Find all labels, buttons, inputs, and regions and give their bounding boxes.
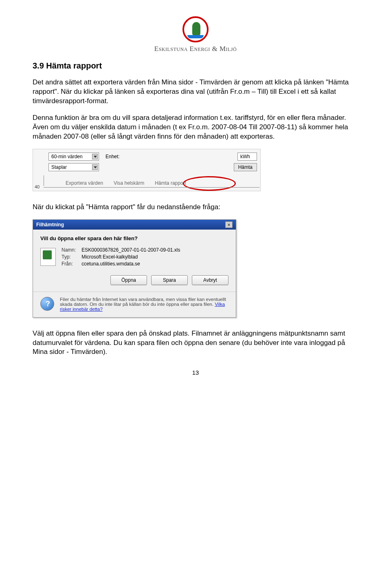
paragraph-2: Denna funktion är bra om du vill spara d…: [33, 113, 358, 141]
brand-logo-mark: [182, 16, 209, 42]
paragraph-4: Välj att öppna filen eller spara den på …: [33, 329, 358, 357]
download-dialog: Filhämtning × Vill du öppna eller spara …: [33, 219, 236, 318]
file-name: ESK0000367826_2007-01-01-2007-09-01.xls: [81, 247, 180, 253]
y-axis-line: [44, 175, 44, 186]
export-values-link[interactable]: Exportera värden: [66, 180, 103, 186]
file-source: ccetuna.utilities.wmdata.se: [81, 261, 140, 267]
unit-value: kWh: [240, 154, 250, 159]
granularity-value: 60-min värden: [51, 154, 83, 159]
dialog-question: Vill du öppna eller spara den här filen?: [40, 235, 228, 241]
warning-text: Filer du hämtar från Internet kan vara a…: [60, 297, 226, 307]
from-label: Från:: [62, 261, 80, 267]
fullscreen-link[interactable]: Visa helskärm: [114, 180, 144, 186]
fetch-button[interactable]: Hämta: [234, 163, 257, 171]
dialog-titlebar: Filhämtning ×: [33, 220, 236, 230]
chart-type-dropdown[interactable]: Staplar: [48, 163, 99, 171]
y-axis-tick: 40: [35, 184, 40, 189]
open-button[interactable]: Öppna: [110, 275, 147, 285]
save-button[interactable]: Spara: [151, 275, 188, 285]
document-page: Eskilstuna Energi & Miljö 3.9 Hämta rapp…: [0, 0, 391, 392]
divider: [33, 292, 236, 292]
unit-label: Enhet:: [105, 154, 231, 159]
file-type: Microsoft Excel-kalkylblad: [81, 254, 138, 260]
chevron-down-icon: [92, 164, 98, 170]
question-mark-icon: [40, 297, 54, 311]
x-axis-line: [44, 187, 259, 188]
brand-logo-text: Eskilstuna Energi & Miljö: [154, 45, 237, 53]
unit-field[interactable]: kWh: [237, 153, 257, 161]
toolbar-screenshot: 60-min värden Enhet: kWh Staplar Hämta E…: [33, 149, 261, 191]
chart-type-value: Staplar: [51, 164, 67, 170]
excel-file-icon: [40, 248, 56, 266]
section-heading: 3.9 Hämta rapport: [33, 61, 358, 71]
brand-logo: Eskilstuna Energi & Miljö: [33, 16, 358, 53]
dialog-title: Filhämtning: [36, 222, 64, 228]
close-icon[interactable]: ×: [225, 221, 233, 228]
granularity-dropdown[interactable]: 60-min värden: [48, 153, 99, 161]
chevron-down-icon: [92, 154, 98, 159]
cancel-button[interactable]: Avbryt: [192, 275, 228, 285]
name-label: Namn:: [62, 247, 80, 253]
paragraph-3: När du klickat på "Hämta rapport" får du…: [33, 203, 358, 212]
fetch-report-link[interactable]: Hämta rapport: [155, 180, 186, 186]
paragraph-1: Det andra sättet att exportera värden fr…: [33, 78, 358, 106]
page-number: 13: [33, 369, 358, 376]
dialog-warning: Filer du hämtar från Internet kan vara a…: [60, 297, 228, 312]
type-label: Typ:: [62, 254, 80, 260]
